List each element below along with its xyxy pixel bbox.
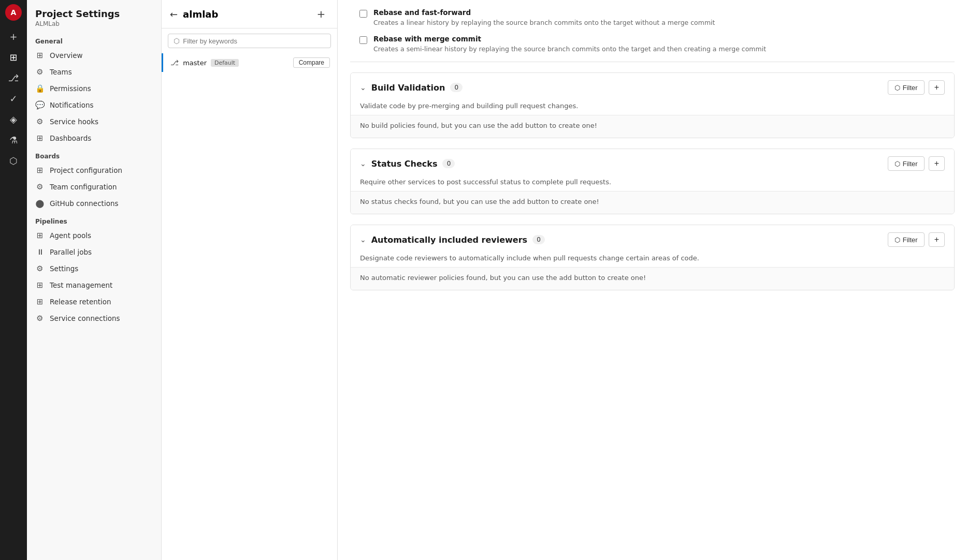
team-config-icon: ⚙ — [35, 182, 45, 191]
build-validation-filter-button[interactable]: ⬡ Filter — [888, 80, 925, 95]
nav-item-label-release-retention: Release retention — [50, 298, 111, 306]
notifications-icon: 💬 — [35, 100, 45, 110]
nav-item-dashboards[interactable]: ⊞ Dashboards — [27, 130, 161, 146]
nav-item-label-test-management: Test management — [50, 281, 112, 289]
rebase-merge-commit-checkbox[interactable] — [359, 36, 367, 44]
test-nav-icon[interactable]: ⚗ — [4, 130, 23, 149]
nav-item-parallel-jobs[interactable]: ⏸ Parallel jobs — [27, 244, 161, 260]
repos-nav-icon[interactable]: ⎇ — [4, 68, 23, 87]
boards-section-label: Boards — [27, 146, 161, 162]
nav-item-label-notifications: Notifications — [50, 101, 94, 109]
auto-reviewers-empty: No automatic reviewer policies found, bu… — [351, 267, 954, 290]
rebase-merge-commit-label: Rebase with merge commit — [373, 35, 766, 43]
filter-input[interactable] — [183, 37, 325, 45]
boards-nav-icon[interactable]: ⊞ — [4, 48, 23, 66]
nav-item-label-dashboards: Dashboards — [50, 134, 91, 142]
build-validation-actions: ⬡ Filter + — [888, 80, 945, 95]
rebase-fast-forward-checkbox[interactable] — [359, 10, 367, 18]
status-checks-chevron[interactable]: ⌄ — [360, 159, 366, 168]
add-project-icon[interactable]: + — [4, 27, 23, 46]
nav-item-service-connections[interactable]: ⚙ Service connections — [27, 310, 161, 327]
artifacts-nav-icon[interactable]: ◈ — [4, 110, 23, 128]
nav-item-label-teams: Teams — [50, 68, 72, 76]
branch-item[interactable]: ⎇ master Default Compare — [162, 53, 337, 72]
teams-icon: ⚙ — [35, 67, 45, 77]
build-validation-chevron[interactable]: ⌄ — [360, 83, 366, 92]
auto-reviewers-chevron[interactable]: ⌄ — [360, 235, 366, 244]
nav-item-agent-pools[interactable]: ⊞ Agent pools — [27, 227, 161, 244]
status-checks-section: ⌄ Status Checks 0 ⬡ Filter + Require oth… — [350, 149, 955, 214]
page-subtitle: ALMLab — [35, 20, 153, 27]
nav-item-release-retention[interactable]: ⊞ Release retention — [27, 293, 161, 310]
nav-item-label-service-hooks: Service hooks — [50, 117, 98, 126]
middle-add-button[interactable]: + — [313, 6, 329, 22]
project-config-icon: ⊞ — [35, 166, 45, 175]
activity-bar: A + ⊞ ⎇ ✓ ◈ ⚗ ⬡ — [0, 0, 27, 560]
rebase-fast-forward-label: Rebase and fast-forward — [373, 8, 715, 17]
permissions-icon: 🔒 — [35, 84, 45, 93]
service-hooks-icon: ⚙ — [35, 117, 45, 126]
avatar[interactable]: A — [5, 4, 22, 21]
nav-item-label-github: GitHub connections — [50, 199, 119, 208]
settings-icon: ⚙ — [35, 264, 45, 273]
build-validation-section: ⌄ Build Validation 0 ⬡ Filter + Validate… — [350, 72, 955, 138]
nav-item-project-configuration[interactable]: ⊞ Project configuration — [27, 162, 161, 179]
general-section-label: General — [27, 32, 161, 47]
middle-panel-title: almlab — [183, 9, 308, 20]
status-checks-actions: ⬡ Filter + — [888, 156, 945, 171]
nav-item-team-configuration[interactable]: ⚙ Team configuration — [27, 179, 161, 195]
nav-item-label-permissions: Permissions — [50, 84, 91, 93]
auto-reviewers-actions: ⬡ Filter + — [888, 232, 945, 247]
nav-item-permissions[interactable]: 🔒 Permissions — [27, 80, 161, 97]
test-management-icon: ⊞ — [35, 281, 45, 290]
compare-button[interactable]: Compare — [293, 57, 330, 68]
nav-item-teams[interactable]: ⚙ Teams — [27, 64, 161, 80]
status-checks-header: ⌄ Status Checks 0 ⬡ Filter + — [351, 149, 954, 178]
nav-panel: Project Settings ALMLab General ⊞ Overvi… — [27, 0, 162, 560]
rebase-merge-commit-description: Creates a semi-linear history by replayi… — [373, 45, 766, 54]
filter-icon-build: ⬡ — [894, 84, 900, 92]
status-checks-description: Require other services to post successfu… — [351, 178, 954, 191]
build-validation-add-button[interactable]: + — [929, 80, 945, 95]
auto-reviewers-header: ⌄ Automatically included reviewers 0 ⬡ F… — [351, 225, 954, 254]
merge-options-section: Rebase and fast-forward Creates a linear… — [350, 0, 955, 62]
filter-box: ⬡ — [168, 34, 331, 48]
nav-item-notifications[interactable]: 💬 Notifications — [27, 97, 161, 113]
github-icon: ⬤ — [35, 199, 45, 208]
rebase-fast-forward-option: Rebase and fast-forward Creates a linear… — [359, 8, 945, 27]
nav-item-service-hooks[interactable]: ⚙ Service hooks — [27, 113, 161, 130]
filter-icon: ⬡ — [174, 37, 180, 45]
release-retention-icon: ⊞ — [35, 297, 45, 306]
pipelines-section-label: Pipelines — [27, 212, 161, 227]
back-button[interactable]: ← — [170, 9, 178, 20]
auto-reviewers-count: 0 — [532, 235, 545, 244]
branch-icon: ⎇ — [170, 58, 179, 67]
nav-item-label-overview: Overview — [50, 51, 83, 60]
extensions-nav-icon[interactable]: ⬡ — [4, 151, 23, 170]
nav-item-label-team-config: Team configuration — [50, 183, 117, 191]
middle-header: ← almlab + — [162, 0, 337, 28]
nav-item-github-connections[interactable]: ⬤ GitHub connections — [27, 195, 161, 212]
status-checks-empty: No status checks found, but you can use … — [351, 191, 954, 214]
branch-name: master — [183, 59, 207, 67]
auto-reviewers-description: Designate code reviewers to automaticall… — [351, 254, 954, 267]
branch-default-badge: Default — [211, 59, 239, 67]
auto-reviewers-section: ⌄ Automatically included reviewers 0 ⬡ F… — [350, 225, 955, 290]
dashboards-icon: ⊞ — [35, 134, 45, 143]
auto-reviewers-title: Automatically included reviewers — [371, 235, 527, 245]
nav-item-settings[interactable]: ⚙ Settings — [27, 260, 161, 277]
parallel-jobs-icon: ⏸ — [35, 247, 45, 257]
nav-item-test-management[interactable]: ⊞ Test management — [27, 277, 161, 293]
auto-reviewers-filter-button[interactable]: ⬡ Filter — [888, 232, 925, 247]
pipelines-nav-icon[interactable]: ✓ — [4, 89, 23, 108]
auto-reviewers-add-button[interactable]: + — [929, 232, 945, 247]
nav-item-overview[interactable]: ⊞ Overview — [27, 47, 161, 64]
rebase-merge-commit-option: Rebase with merge commit Creates a semi-… — [359, 35, 945, 54]
status-checks-filter-button[interactable]: ⬡ Filter — [888, 156, 925, 171]
main-content: Rebase and fast-forward Creates a linear… — [338, 0, 967, 560]
status-checks-count: 0 — [442, 159, 455, 168]
nav-item-label-settings: Settings — [50, 264, 78, 273]
nav-item-label-service-connections: Service connections — [50, 314, 120, 322]
middle-panel: ← almlab + ⬡ ⎇ master Default Compare — [162, 0, 338, 560]
status-checks-add-button[interactable]: + — [929, 156, 945, 171]
